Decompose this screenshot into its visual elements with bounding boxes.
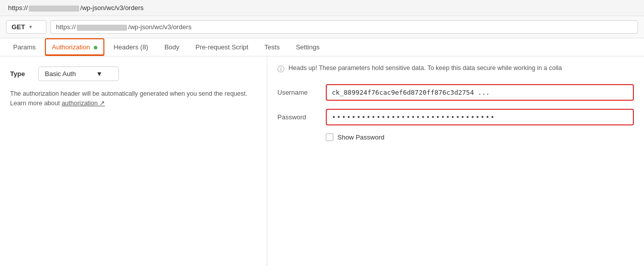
tab-pre-request-label: Pre-request Script: [196, 43, 249, 51]
title-url-blur: [29, 6, 79, 12]
tab-tests-label: Tests: [264, 43, 279, 51]
authorization-dot: [94, 46, 97, 49]
method-dropdown[interactable]: GET ▼: [6, 20, 46, 34]
url-bar: GET ▼ https:///wp-json/wc/v3/orders: [0, 16, 644, 38]
password-input[interactable]: [326, 109, 634, 125]
method-label: GET: [12, 23, 25, 31]
main-content: Type Basic Auth ▼ The authorization head…: [0, 56, 644, 266]
tab-authorization-label: Authorization: [52, 43, 90, 51]
left-panel: Type Basic Auth ▼ The authorization head…: [0, 56, 267, 266]
username-label: Username: [277, 89, 318, 96]
tab-params-label: Params: [13, 43, 36, 51]
tab-pre-request[interactable]: Pre-request Script: [189, 38, 256, 56]
password-row: Password: [277, 109, 634, 125]
tab-settings-label: Settings: [296, 43, 320, 51]
username-row: Username: [277, 84, 634, 101]
tab-authorization[interactable]: Authorization: [45, 38, 105, 56]
info-banner: ⓘ Heads up! These parameters hold sensit…: [277, 64, 634, 74]
tab-body-label: Body: [164, 43, 180, 51]
type-chevron-icon: ▼: [96, 70, 102, 78]
url-input[interactable]: https:///wp-json/wc/v3/orders: [50, 20, 638, 34]
show-password-label[interactable]: Show Password: [337, 133, 384, 141]
username-input[interactable]: [326, 84, 634, 101]
show-password-checkbox[interactable]: [326, 133, 333, 141]
type-dropdown[interactable]: Basic Auth ▼: [38, 66, 119, 81]
url-display-path: /wp-json/wc/v3/orders: [128, 23, 192, 31]
right-panel: ⓘ Heads up! These parameters hold sensit…: [267, 56, 644, 266]
show-password-row: Show Password: [326, 133, 634, 141]
type-label: Type: [10, 70, 30, 78]
tab-headers[interactable]: Headers (8): [106, 38, 155, 56]
type-row: Type Basic Auth ▼: [10, 66, 257, 81]
type-value: Basic Auth: [45, 70, 76, 78]
headers-badge: (8): [140, 43, 148, 51]
tab-headers-label: Headers (8): [113, 43, 148, 51]
title-url-path: /wp-json/wc/v3/orders: [80, 4, 144, 12]
tab-tests[interactable]: Tests: [257, 38, 286, 56]
tab-bar: Params Authorization Headers (8) Body Pr…: [0, 38, 644, 56]
authorization-link[interactable]: authorization ↗: [62, 100, 105, 107]
tab-params[interactable]: Params: [6, 38, 43, 56]
tab-settings[interactable]: Settings: [289, 38, 327, 56]
info-banner-text: Heads up! These parameters hold sensitiv…: [288, 64, 562, 72]
password-label: Password: [277, 113, 318, 121]
method-chevron-icon: ▼: [28, 24, 33, 30]
title-url-prefix: https://: [8, 4, 28, 12]
auth-description: The authorization header will be automat…: [10, 89, 252, 108]
title-bar: https:///wp-json/wc/v3/orders: [0, 0, 644, 16]
url-display-prefix: https://: [56, 23, 76, 31]
tab-body[interactable]: Body: [157, 38, 187, 56]
info-icon: ⓘ: [277, 65, 284, 74]
url-blur-block: [77, 25, 127, 31]
